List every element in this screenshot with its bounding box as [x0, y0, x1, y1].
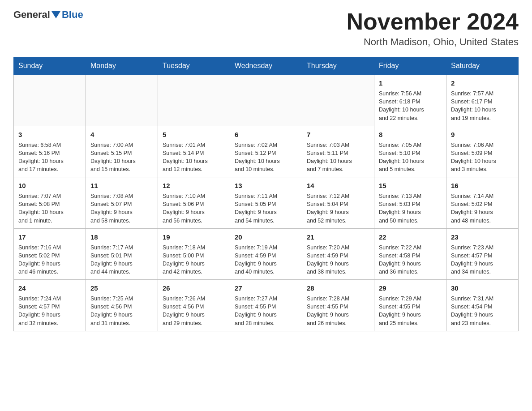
logo: General Blue — [13, 9, 83, 21]
day-info: Sunrise: 7:10 AM Sunset: 5:06 PM Dayligh… — [163, 192, 225, 225]
header: General Blue November 2024 North Madison… — [13, 9, 519, 48]
calendar-cell: 2Sunrise: 7:57 AM Sunset: 6:17 PM Daylig… — [446, 75, 519, 126]
logo-blue: Blue — [62, 9, 83, 21]
day-number: 2 — [451, 78, 514, 88]
day-number: 29 — [379, 283, 442, 293]
calendar-cell — [14, 75, 86, 126]
day-info: Sunrise: 7:27 AM Sunset: 4:55 PM Dayligh… — [235, 295, 297, 327]
calendar-cell: 17Sunrise: 7:16 AM Sunset: 5:02 PM Dayli… — [14, 228, 86, 280]
day-info: Sunrise: 7:07 AM Sunset: 5:08 PM Dayligh… — [18, 192, 81, 225]
day-number: 27 — [235, 283, 297, 293]
weekday-header-saturday: Saturday — [446, 57, 519, 75]
day-info: Sunrise: 7:57 AM Sunset: 6:17 PM Dayligh… — [451, 90, 514, 122]
calendar-cell — [86, 75, 158, 126]
calendar-cell — [302, 75, 374, 126]
day-number: 30 — [451, 283, 514, 293]
day-info: Sunrise: 7:03 AM Sunset: 5:11 PM Dayligh… — [307, 141, 369, 174]
weekday-header-monday: Monday — [86, 57, 158, 75]
calendar-cell: 29Sunrise: 7:29 AM Sunset: 4:55 PM Dayli… — [374, 280, 446, 331]
day-info: Sunrise: 7:08 AM Sunset: 5:07 PM Dayligh… — [90, 192, 153, 225]
calendar-cell: 18Sunrise: 7:17 AM Sunset: 5:01 PM Dayli… — [86, 228, 158, 280]
day-info: Sunrise: 7:22 AM Sunset: 4:58 PM Dayligh… — [379, 244, 442, 276]
calendar-body: 1Sunrise: 7:56 AM Sunset: 6:18 PM Daylig… — [14, 75, 519, 331]
day-number: 19 — [163, 232, 225, 242]
logo-general: General — [13, 9, 50, 21]
day-number: 20 — [235, 232, 297, 242]
week-row-2: 3Sunrise: 6:58 AM Sunset: 5:16 PM Daylig… — [14, 126, 519, 177]
day-info: Sunrise: 7:23 AM Sunset: 4:57 PM Dayligh… — [451, 244, 514, 276]
day-info: Sunrise: 7:20 AM Sunset: 4:59 PM Dayligh… — [307, 244, 369, 276]
day-info: Sunrise: 7:16 AM Sunset: 5:02 PM Dayligh… — [18, 244, 81, 276]
calendar-cell: 16Sunrise: 7:14 AM Sunset: 5:02 PM Dayli… — [446, 177, 519, 229]
calendar-cell: 4Sunrise: 7:00 AM Sunset: 5:15 PM Daylig… — [86, 126, 158, 177]
calendar-cell: 13Sunrise: 7:11 AM Sunset: 5:05 PM Dayli… — [230, 177, 302, 229]
day-info: Sunrise: 7:02 AM Sunset: 5:12 PM Dayligh… — [235, 141, 297, 174]
day-number: 16 — [451, 181, 514, 190]
calendar-cell: 24Sunrise: 7:24 AM Sunset: 4:57 PM Dayli… — [14, 280, 86, 331]
day-info: Sunrise: 7:17 AM Sunset: 5:01 PM Dayligh… — [90, 244, 153, 276]
day-info: Sunrise: 7:25 AM Sunset: 4:56 PM Dayligh… — [90, 295, 153, 327]
day-info: Sunrise: 7:56 AM Sunset: 6:18 PM Dayligh… — [379, 90, 442, 122]
location-title: North Madison, Ohio, United States — [347, 36, 519, 48]
week-row-4: 17Sunrise: 7:16 AM Sunset: 5:02 PM Dayli… — [14, 228, 519, 280]
day-info: Sunrise: 7:29 AM Sunset: 4:55 PM Dayligh… — [379, 295, 442, 327]
calendar-cell: 30Sunrise: 7:31 AM Sunset: 4:54 PM Dayli… — [446, 280, 519, 331]
week-row-1: 1Sunrise: 7:56 AM Sunset: 6:18 PM Daylig… — [14, 75, 519, 126]
day-number: 13 — [235, 181, 297, 190]
calendar-cell: 25Sunrise: 7:25 AM Sunset: 4:56 PM Dayli… — [86, 280, 158, 331]
logo-triangle-icon — [51, 11, 60, 18]
day-number: 3 — [18, 130, 81, 139]
calendar-cell: 27Sunrise: 7:27 AM Sunset: 4:55 PM Dayli… — [230, 280, 302, 331]
day-number: 15 — [379, 181, 442, 190]
calendar-header: SundayMondayTuesdayWednesdayThursdayFrid… — [14, 57, 519, 75]
calendar-cell: 7Sunrise: 7:03 AM Sunset: 5:11 PM Daylig… — [302, 126, 374, 177]
calendar-cell: 28Sunrise: 7:28 AM Sunset: 4:55 PM Dayli… — [302, 280, 374, 331]
calendar-cell: 21Sunrise: 7:20 AM Sunset: 4:59 PM Dayli… — [302, 228, 374, 280]
day-info: Sunrise: 7:01 AM Sunset: 5:14 PM Dayligh… — [163, 141, 225, 174]
week-row-5: 24Sunrise: 7:24 AM Sunset: 4:57 PM Dayli… — [14, 280, 519, 331]
calendar-table: SundayMondayTuesdayWednesdayThursdayFrid… — [13, 57, 519, 331]
calendar-cell: 5Sunrise: 7:01 AM Sunset: 5:14 PM Daylig… — [158, 126, 230, 177]
day-number: 5 — [163, 130, 225, 139]
weekday-header-sunday: Sunday — [14, 57, 86, 75]
day-info: Sunrise: 7:05 AM Sunset: 5:10 PM Dayligh… — [379, 141, 442, 174]
calendar-cell: 15Sunrise: 7:13 AM Sunset: 5:03 PM Dayli… — [374, 177, 446, 229]
calendar-cell: 19Sunrise: 7:18 AM Sunset: 5:00 PM Dayli… — [158, 228, 230, 280]
day-number: 25 — [90, 283, 153, 293]
day-info: Sunrise: 7:19 AM Sunset: 4:59 PM Dayligh… — [235, 244, 297, 276]
day-number: 28 — [307, 283, 369, 293]
week-row-3: 10Sunrise: 7:07 AM Sunset: 5:08 PM Dayli… — [14, 177, 519, 229]
day-info: Sunrise: 7:24 AM Sunset: 4:57 PM Dayligh… — [18, 295, 81, 327]
day-info: Sunrise: 7:11 AM Sunset: 5:05 PM Dayligh… — [235, 192, 297, 225]
day-info: Sunrise: 7:12 AM Sunset: 5:04 PM Dayligh… — [307, 192, 369, 225]
calendar-cell: 11Sunrise: 7:08 AM Sunset: 5:07 PM Dayli… — [86, 177, 158, 229]
day-info: Sunrise: 6:58 AM Sunset: 5:16 PM Dayligh… — [18, 141, 81, 174]
day-info: Sunrise: 7:13 AM Sunset: 5:03 PM Dayligh… — [379, 192, 442, 225]
day-info: Sunrise: 7:14 AM Sunset: 5:02 PM Dayligh… — [451, 192, 514, 225]
day-info: Sunrise: 7:28 AM Sunset: 4:55 PM Dayligh… — [307, 295, 369, 327]
calendar-cell: 14Sunrise: 7:12 AM Sunset: 5:04 PM Dayli… — [302, 177, 374, 229]
day-number: 11 — [90, 181, 153, 190]
logo-text: General Blue — [13, 9, 83, 21]
day-number: 18 — [90, 232, 153, 242]
day-number: 14 — [307, 181, 369, 190]
day-number: 21 — [307, 232, 369, 242]
day-info: Sunrise: 7:31 AM Sunset: 4:54 PM Dayligh… — [451, 295, 514, 327]
day-number: 4 — [90, 130, 153, 139]
weekday-header-wednesday: Wednesday — [230, 57, 302, 75]
calendar-cell: 12Sunrise: 7:10 AM Sunset: 5:06 PM Dayli… — [158, 177, 230, 229]
title-area: November 2024 North Madison, Ohio, Unite… — [347, 9, 519, 48]
weekday-header-tuesday: Tuesday — [158, 57, 230, 75]
calendar-cell — [230, 75, 302, 126]
calendar-cell: 22Sunrise: 7:22 AM Sunset: 4:58 PM Dayli… — [374, 228, 446, 280]
day-info: Sunrise: 7:18 AM Sunset: 5:00 PM Dayligh… — [163, 244, 225, 276]
day-number: 7 — [307, 130, 369, 139]
day-number: 26 — [163, 283, 225, 293]
calendar-cell: 9Sunrise: 7:06 AM Sunset: 5:09 PM Daylig… — [446, 126, 519, 177]
weekday-header-friday: Friday — [374, 57, 446, 75]
calendar-cell: 10Sunrise: 7:07 AM Sunset: 5:08 PM Dayli… — [14, 177, 86, 229]
day-number: 1 — [379, 78, 442, 88]
day-number: 12 — [163, 181, 225, 190]
calendar-cell: 8Sunrise: 7:05 AM Sunset: 5:10 PM Daylig… — [374, 126, 446, 177]
calendar-cell: 23Sunrise: 7:23 AM Sunset: 4:57 PM Dayli… — [446, 228, 519, 280]
